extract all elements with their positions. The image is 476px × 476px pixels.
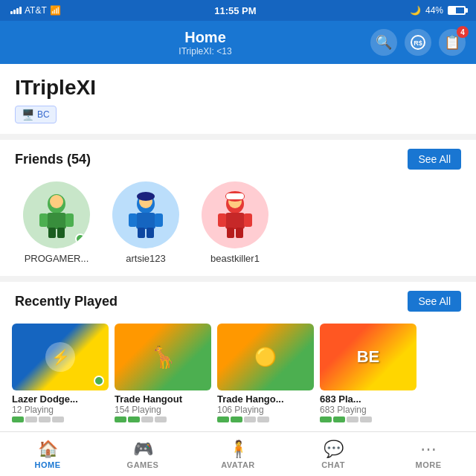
battery-icon — [448, 6, 466, 15]
robux-icon: R$ — [411, 35, 425, 50]
nav-home[interactable]: 🏠 HOME — [0, 437, 95, 472]
friends-list: PROGAMER... artsie123 — [0, 176, 476, 276]
recently-played-list: ⚡ Lazer Dodge... 12 Playing 🦒 — [0, 318, 476, 431]
friend-name: beastkiller1 — [210, 253, 260, 264]
nav-home-label: HOME — [35, 460, 61, 469]
battery-label: 44% — [425, 5, 443, 16]
game-item[interactable]: 🦒 Trade Hangout 154 Playing — [115, 324, 211, 422]
svg-rect-22 — [236, 228, 243, 238]
recently-played-title: Recently Played — [15, 294, 118, 309]
game-name: Lazer Dodge... — [12, 393, 109, 405]
rating-bar — [155, 416, 167, 422]
rating-bar — [25, 416, 37, 422]
svg-rect-5 — [65, 213, 74, 227]
svg-rect-21 — [227, 228, 234, 238]
friend-item[interactable]: artsie123 — [101, 181, 190, 264]
svg-point-16 — [137, 192, 155, 201]
game-name: Trade Hango... — [217, 393, 314, 405]
rating-bar — [217, 416, 229, 422]
svg-rect-14 — [147, 228, 154, 238]
rating-bar — [360, 416, 372, 422]
carrier-label: AT&T — [25, 5, 47, 16]
svg-rect-10 — [136, 213, 155, 229]
svg-rect-6 — [48, 228, 56, 238]
bc-badge: 🖥️ BC — [15, 106, 57, 123]
friends-section-header: Friends (54) See All — [0, 140, 476, 176]
friends-section-title: Friends (54) — [15, 152, 91, 167]
moon-icon: 🌙 — [410, 5, 421, 16]
games-icon: 🎮 — [133, 440, 153, 459]
rating-bar — [128, 416, 140, 422]
rating-bar — [347, 416, 358, 422]
svg-rect-3 — [47, 213, 66, 229]
svg-rect-11 — [129, 213, 137, 227]
svg-rect-19 — [218, 213, 226, 227]
avatar-icon: 🧍 — [228, 440, 248, 459]
bottom-navigation: 🏠 HOME 🎮 GAMES 🧍 AVATAR 💬 CHAT ⋯ MORE — [0, 431, 476, 476]
game-thumbnail: 🦒 — [115, 324, 211, 390]
chat-icon: 💬 — [324, 440, 344, 459]
game-players: 12 Playing — [12, 405, 109, 415]
recently-played-section: Recently Played See All ⚡ Lazer Dodge...… — [0, 282, 476, 431]
nav-avatar[interactable]: 🧍 AVATAR — [190, 437, 286, 472]
more-icon: ⋯ — [420, 440, 437, 459]
notifications-button[interactable]: 📋 4 — [439, 29, 466, 56]
nav-more[interactable]: ⋯ MORE — [381, 437, 476, 472]
main-content: ITripleXI 🖥️ BC Friends (54) See All — [0, 64, 476, 431]
search-button[interactable]: 🔍 — [370, 29, 397, 56]
svg-rect-7 — [57, 228, 65, 238]
friend-avatar — [202, 181, 268, 248]
nav-avatar-label: AVATAR — [221, 460, 255, 469]
game-players: 106 Playing — [217, 405, 314, 415]
recently-played-header: Recently Played See All — [0, 282, 476, 318]
nav-more-label: MORE — [416, 460, 442, 469]
friend-name: PROGAMER... — [25, 253, 89, 264]
bc-label: BC — [37, 109, 50, 120]
friend-avatar — [23, 181, 90, 248]
rating-bar — [141, 416, 153, 422]
rating-bar — [39, 416, 51, 422]
status-bar: AT&T 📶 11:55 PM 🌙 44% — [0, 0, 476, 21]
svg-rect-13 — [138, 228, 145, 238]
signal-icon — [10, 7, 22, 14]
svg-point-8 — [50, 195, 63, 208]
nav-chat[interactable]: 💬 CHAT — [286, 437, 381, 472]
friends-see-all-button[interactable]: See All — [408, 149, 461, 170]
game-item[interactable]: ⚡ Lazer Dodge... 12 Playing — [12, 324, 109, 422]
game-players: 683 Playing — [320, 405, 416, 415]
status-time: 11:55 PM — [214, 5, 256, 16]
username-label: ITripleXI — [15, 76, 461, 100]
game-name: Trade Hangout — [115, 393, 211, 405]
recently-played-see-all-button[interactable]: See All — [408, 291, 461, 312]
game-item[interactable]: BE 683 Pla... 683 Playing — [320, 324, 416, 422]
battery-fill — [449, 7, 456, 13]
game-online-indicator — [94, 376, 104, 386]
rating-bar — [244, 416, 256, 422]
friend-item[interactable]: beastkiller1 — [190, 181, 280, 264]
page-subtitle: ITripleXI: <13 — [178, 46, 231, 57]
nav-chat-label: CHAT — [321, 460, 345, 469]
game-rating — [115, 416, 211, 422]
game-item[interactable]: 🟡 Trade Hango... 106 Playing — [217, 324, 314, 422]
friends-section: Friends (54) See All PROGA — [0, 140, 476, 276]
svg-rect-25 — [226, 193, 244, 199]
svg-rect-20 — [244, 213, 252, 227]
header-icons-group: 🔍 R$ 📋 4 — [370, 29, 466, 56]
app-header: Home ITripleXI: <13 🔍 R$ 📋 4 — [0, 21, 476, 64]
nav-games[interactable]: 🎮 GAMES — [95, 437, 190, 472]
friend-avatar — [112, 181, 179, 248]
game-rating — [12, 416, 109, 422]
svg-rect-4 — [39, 213, 48, 227]
rating-bar — [320, 416, 332, 422]
friend-name: artsie123 — [126, 253, 165, 264]
game-rating — [217, 416, 314, 422]
profile-section: ITripleXI 🖥️ BC — [0, 64, 476, 134]
game-thumbnail: ⚡ — [12, 324, 109, 390]
bc-icon: 🖥️ — [22, 109, 34, 120]
friend-item[interactable]: PROGAMER... — [12, 181, 101, 264]
robux-button[interactable]: R$ — [405, 29, 431, 56]
rating-bar — [257, 416, 269, 422]
online-indicator — [75, 234, 86, 244]
status-left: AT&T 📶 — [10, 5, 61, 16]
avatar-figure — [120, 189, 172, 241]
